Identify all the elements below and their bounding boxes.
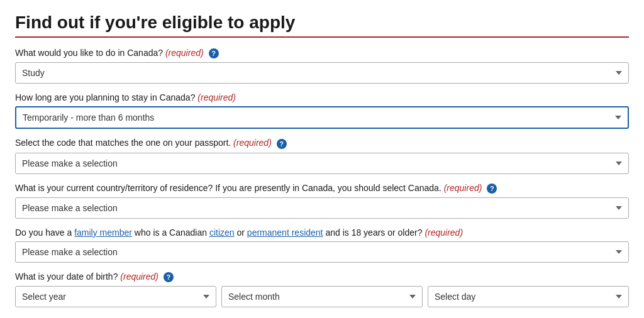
help-icon-q4[interactable]: ?	[487, 184, 497, 194]
required-q6: (required)	[120, 271, 158, 282]
label-prefix-q5: Do you have a	[15, 228, 74, 238]
label-passport-code: Select the code that matches the one on …	[15, 138, 629, 148]
select-year[interactable]: Select year	[15, 286, 216, 307]
required-q3: (required)	[233, 138, 272, 148]
label-country: What is your current country/territory o…	[15, 183, 629, 194]
help-icon-q3[interactable]: ?	[277, 139, 287, 149]
label-mid1-q5: who is a Canadian	[132, 228, 209, 238]
field-what-to-do: What would you like to do in Canada? (re…	[15, 48, 629, 84]
select-country[interactable]: Please make a selection	[15, 197, 629, 219]
link-citizen[interactable]: citizen	[209, 228, 235, 238]
label-suffix-q5: and is 18 years or older?	[323, 228, 423, 238]
help-icon-q6[interactable]: ?	[164, 272, 174, 282]
title-divider	[15, 36, 629, 38]
label-text-q1: What would you like to do in Canada?	[15, 48, 163, 58]
select-how-long[interactable]: Temporarily - more than 6 months Tempora…	[15, 106, 629, 129]
dob-selects-row: Select year Select month Select day	[15, 286, 629, 307]
select-passport-code[interactable]: Please make a selection	[15, 153, 629, 174]
label-text-q3: Select the code that matches the one on …	[15, 138, 231, 148]
select-day[interactable]: Select day	[428, 286, 629, 307]
required-q4: (required)	[444, 183, 482, 193]
label-what-to-do: What would you like to do in Canada? (re…	[15, 48, 629, 58]
select-family-member[interactable]: Please make a selection Yes No	[15, 241, 629, 263]
select-month[interactable]: Select month	[221, 286, 423, 307]
page-title: Find out if you're eligible to apply	[15, 13, 629, 33]
field-country: What is your current country/territory o…	[15, 183, 629, 219]
link-permanent-resident[interactable]: permanent resident	[247, 228, 323, 238]
field-dob: What is your date of birth? (required) ?…	[15, 271, 629, 307]
label-text-q6: What is your date of birth?	[15, 271, 118, 282]
help-icon-q1[interactable]: ?	[209, 48, 219, 58]
field-how-long: How long are you planning to stay in Can…	[15, 92, 629, 129]
label-text-q2: How long are you planning to stay in Can…	[15, 92, 195, 102]
required-q5: (required)	[425, 228, 463, 238]
label-text-q4: What is your current country/territory o…	[15, 183, 441, 193]
field-family-member: Do you have a family member who is a Can…	[15, 228, 629, 263]
link-family-member[interactable]: family member	[74, 228, 132, 238]
label-family-member: Do you have a family member who is a Can…	[15, 228, 629, 238]
field-passport-code: Select the code that matches the one on …	[15, 138, 629, 173]
label-how-long: How long are you planning to stay in Can…	[15, 92, 629, 102]
required-q1: (required)	[165, 48, 204, 58]
required-q2: (required)	[197, 92, 236, 102]
label-dob: What is your date of birth? (required) ?	[15, 271, 629, 282]
select-what-to-do[interactable]: Study Work Visit Other	[15, 62, 629, 84]
label-mid2-q5: or	[235, 228, 247, 238]
